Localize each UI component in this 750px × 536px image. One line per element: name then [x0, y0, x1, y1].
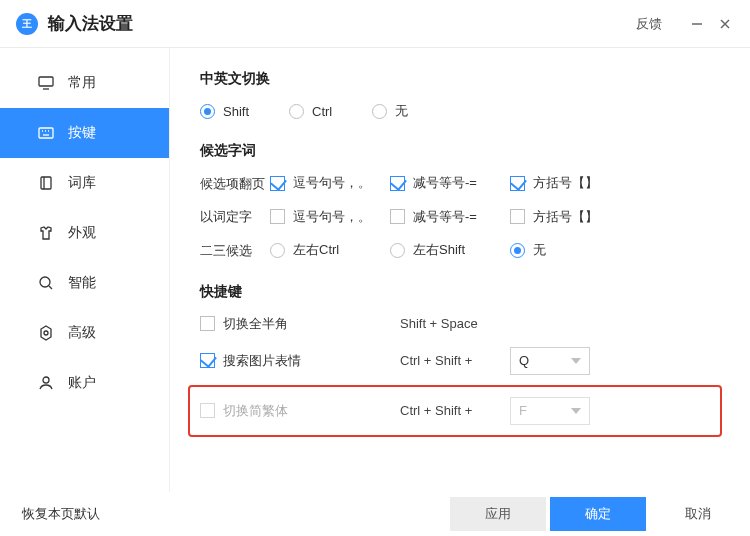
- radio-cand-ctrl[interactable]: 左右Ctrl: [270, 241, 339, 259]
- sidebar-item-label: 外观: [68, 224, 96, 242]
- svg-line-14: [49, 286, 52, 289]
- svg-point-13: [40, 277, 50, 287]
- shortcut-key-text: Shift + Space: [400, 316, 510, 331]
- section-heading: 中英文切换: [200, 70, 722, 88]
- section-cn-en-switch: 中英文切换 Shift Ctrl 无: [200, 70, 722, 120]
- sidebar: 常用 按键 词库 外观 智能 高级 账户: [0, 48, 170, 492]
- gear-icon: [38, 325, 54, 341]
- window-title: 输入法设置: [48, 12, 133, 35]
- minimize-button[interactable]: [688, 15, 706, 33]
- sidebar-item-label: 高级: [68, 324, 96, 342]
- sidebar-item-account[interactable]: 账户: [0, 358, 169, 408]
- app-logo: 王: [16, 13, 38, 35]
- shortcut-key-select-disabled: F: [510, 397, 590, 425]
- chevron-down-icon: [571, 358, 581, 364]
- shortcut-key-text: Ctrl + Shift +: [400, 353, 510, 368]
- shirt-icon: [38, 225, 54, 241]
- cancel-button[interactable]: 取消: [650, 497, 746, 531]
- book-icon: [38, 175, 54, 191]
- restore-defaults-link[interactable]: 恢复本页默认: [22, 505, 100, 523]
- svg-point-16: [44, 331, 48, 335]
- settings-content: 中英文切换 Shift Ctrl 无 候选字词 候选项翻页 逗号句号，。 减号等…: [170, 48, 750, 492]
- keyboard-icon: [38, 125, 54, 141]
- ok-button[interactable]: 确定: [550, 497, 646, 531]
- monitor-icon: [38, 75, 54, 91]
- sidebar-item-label: 词库: [68, 174, 96, 192]
- section-heading: 候选字词: [200, 142, 722, 160]
- row-label: 候选项翻页: [200, 175, 270, 193]
- check-sc-fullhalf[interactable]: 切换全半角: [200, 315, 288, 333]
- svg-rect-4: [39, 77, 53, 86]
- search-icon: [38, 275, 54, 291]
- footer-bar: 恢复本页默认 应用 确定 取消: [0, 492, 750, 536]
- check-page-minus[interactable]: 减号等号-=: [390, 174, 477, 192]
- check-sc-simptrad[interactable]: 切换简繁体: [200, 402, 288, 420]
- shortcut-key-text: Ctrl + Shift +: [400, 403, 510, 418]
- feedback-link[interactable]: 反馈: [636, 15, 662, 33]
- row-label: 以词定字: [200, 208, 270, 226]
- radio-none[interactable]: 无: [372, 102, 408, 120]
- apply-button[interactable]: 应用: [450, 497, 546, 531]
- sidebar-item-adv[interactable]: 高级: [0, 308, 169, 358]
- section-heading: 快捷键: [200, 283, 722, 301]
- sidebar-item-common[interactable]: 常用: [0, 58, 169, 108]
- check-word-bracket[interactable]: 方括号【】: [510, 208, 598, 226]
- radio-shift[interactable]: Shift: [200, 104, 249, 119]
- sidebar-item-label: 智能: [68, 274, 96, 292]
- user-icon: [38, 375, 54, 391]
- section-candidate: 候选字词 候选项翻页 逗号句号，。 减号等号-= 方括号【】 以词定字 逗号句号…: [200, 142, 722, 261]
- check-word-comma[interactable]: 逗号句号，。: [270, 208, 371, 226]
- check-sc-emoji[interactable]: 搜索图片表情: [200, 352, 301, 370]
- svg-point-17: [43, 377, 49, 383]
- section-shortcut: 快捷键 切换全半角 Shift + Space 搜索图片表情 Ctrl + Sh…: [200, 283, 722, 437]
- check-page-comma[interactable]: 逗号句号，。: [270, 174, 371, 192]
- check-page-bracket[interactable]: 方括号【】: [510, 174, 598, 192]
- radio-cand-shift[interactable]: 左右Shift: [390, 241, 465, 259]
- title-bar: 王 输入法设置 反馈: [0, 0, 750, 48]
- shortcut-key-select[interactable]: Q: [510, 347, 590, 375]
- sidebar-item-smart[interactable]: 智能: [0, 258, 169, 308]
- close-button[interactable]: [716, 15, 734, 33]
- radio-cand-none[interactable]: 无: [510, 241, 546, 259]
- sidebar-item-skin[interactable]: 外观: [0, 208, 169, 258]
- svg-rect-11: [41, 177, 51, 189]
- sidebar-item-label: 账户: [68, 374, 96, 392]
- row-label: 二三候选: [200, 242, 270, 260]
- svg-text:王: 王: [21, 18, 32, 29]
- radio-ctrl[interactable]: Ctrl: [289, 104, 332, 119]
- sidebar-item-label: 按键: [68, 124, 96, 142]
- chevron-down-icon: [571, 408, 581, 414]
- check-word-minus[interactable]: 减号等号-=: [390, 208, 477, 226]
- svg-rect-6: [39, 128, 53, 138]
- svg-marker-15: [41, 326, 51, 340]
- highlight-box: 切换简繁体 Ctrl + Shift + F: [188, 385, 722, 437]
- sidebar-item-dict[interactable]: 词库: [0, 158, 169, 208]
- sidebar-item-label: 常用: [68, 74, 96, 92]
- sidebar-item-keys[interactable]: 按键: [0, 108, 169, 158]
